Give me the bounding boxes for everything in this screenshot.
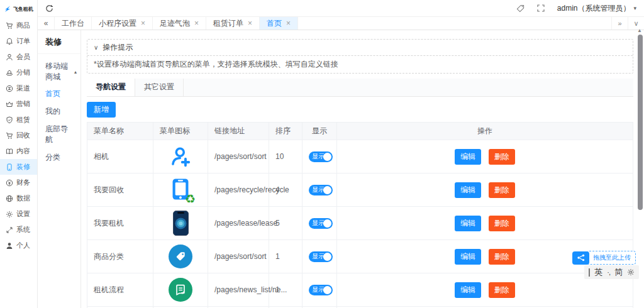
- doc-check-badge-icon: [169, 285, 192, 294]
- sidebar-item-marketing[interactable]: 营销: [0, 96, 37, 112]
- logo-text: 飞鱼租机: [13, 6, 33, 13]
- show-toggle[interactable]: 显示: [309, 151, 333, 162]
- show-toggle[interactable]: 显示: [309, 185, 333, 195]
- show-toggle[interactable]: 显示: [309, 285, 333, 295]
- toggle-knob: [323, 219, 331, 228]
- sidebar-item-label: 租赁: [16, 115, 30, 124]
- submenu-item-category[interactable]: 分类: [38, 148, 80, 166]
- tab-footprint-bubble[interactable]: 足迹气泡 ×: [153, 17, 206, 30]
- submenu-group-mobile-mall[interactable]: 移动端商城 ▴: [38, 54, 80, 85]
- delete-button[interactable]: 删除: [489, 282, 515, 298]
- sidebar-item-personal[interactable]: 个人: [0, 238, 37, 253]
- submenu-item-bottom-nav[interactable]: 底部导航: [38, 120, 80, 148]
- scrollbar[interactable]: [638, 35, 643, 210]
- link-address: /pages/news_list/ne...: [208, 273, 269, 307]
- sidebar-item-recycle[interactable]: 回收: [0, 128, 37, 143]
- ime-language[interactable]: 英: [594, 267, 602, 278]
- sidebar-item-decorate[interactable]: 装修: [0, 159, 37, 175]
- close-icon[interactable]: ×: [194, 19, 199, 27]
- submenu-list: 首页我的底部导航分类: [38, 85, 80, 166]
- submenu-item-home[interactable]: 首页: [38, 85, 80, 102]
- sidebar-item-label: 渠道: [16, 84, 30, 93]
- link-address: /pages/lease/lease: [208, 207, 269, 240]
- delete-button[interactable]: 删除: [489, 216, 515, 231]
- sidebar-item-goods[interactable]: 商品: [0, 18, 37, 33]
- scrollbar-up-arrow[interactable]: ▲: [637, 28, 642, 33]
- edit-button[interactable]: 编辑: [455, 216, 481, 231]
- table-row: 商品分类 /pages/sort/sort 1 显示 编辑 删除: [87, 240, 633, 273]
- sidebar-item-label: 系统: [16, 225, 30, 234]
- fullscreen-icon[interactable]: [537, 4, 545, 12]
- table-row: 我要回收 ♻ /pages/recycle/recycle 4 显示 编辑 删除: [87, 173, 633, 207]
- crown-icon: [6, 101, 13, 108]
- edit-button[interactable]: 编辑: [455, 249, 481, 265]
- ime-mode[interactable]: 简: [614, 267, 623, 278]
- sidebar-item-label: 设置: [16, 209, 30, 219]
- close-icon[interactable]: ×: [286, 19, 291, 27]
- delete-button[interactable]: 删除: [489, 249, 515, 265]
- ime-punctuation[interactable]: ·,: [607, 268, 610, 276]
- user-menu[interactable]: admin（系统管理员） ▾: [557, 3, 636, 14]
- system-icon: [6, 226, 13, 234]
- sidebar-item-orders[interactable]: 订单: [0, 33, 37, 49]
- sidebar-item-channels[interactable]: 渠道: [0, 80, 37, 96]
- sidebar-item-system[interactable]: 系统: [0, 222, 37, 238]
- mobile-icon: [6, 163, 13, 171]
- toggle-label: 显示: [312, 285, 325, 294]
- sidebar-item-label: 数据: [16, 194, 30, 203]
- column-header: 排序: [269, 123, 303, 140]
- sidebar-item-distribution[interactable]: 分销: [0, 65, 37, 80]
- sidebar-item-content[interactable]: 内容: [0, 143, 37, 159]
- tab-nav-settings[interactable]: 导航设置: [87, 79, 135, 96]
- menu-icon-cell: [153, 273, 208, 307]
- toggle-knob: [323, 253, 331, 261]
- bell-icon: [6, 38, 13, 45]
- edit-button[interactable]: 编辑: [455, 149, 481, 165]
- tabs-collapse-button[interactable]: «: [38, 17, 55, 30]
- sidebar-item-settings[interactable]: 设置: [0, 206, 37, 222]
- cart-icon: [6, 22, 13, 30]
- hint-text: *设置移动端商城首页导航区的菜单，支持选择系统模块、填写自定义链接: [87, 56, 633, 73]
- add-button[interactable]: 新增: [87, 102, 116, 118]
- delete-button[interactable]: 删除: [489, 182, 515, 198]
- sidebar-item-lease[interactable]: 租赁: [0, 112, 37, 128]
- tab-other-settings[interactable]: 其它设置: [135, 79, 184, 96]
- tab-label: 工作台: [62, 18, 84, 29]
- refresh-icon[interactable]: [45, 4, 53, 13]
- delete-button[interactable]: 删除: [489, 149, 515, 165]
- tab-lease-orders[interactable]: 租赁订单 ×: [206, 17, 260, 30]
- menu-table: 菜单名称菜单图标链接地址排序显示操作 相机 /pages/sort/sort 1…: [87, 122, 633, 308]
- gear-icon[interactable]: [627, 268, 635, 276]
- app-logo[interactable]: 飞鱼租机: [0, 0, 37, 18]
- sort-value: 1: [269, 240, 303, 273]
- tab-mini-program-settings[interactable]: 小程序设置 ×: [92, 17, 153, 30]
- app-root: 飞鱼租机 商品 订单 会员 分销 渠道 营销 租赁 回收: [0, 0, 644, 308]
- submenu-item-mine[interactable]: 我的: [38, 102, 80, 120]
- tab-home[interactable]: 首页 ×: [260, 17, 298, 30]
- tab-label: 首页: [267, 18, 282, 29]
- menu-name: 我要回收: [87, 173, 153, 207]
- upload-dropzone[interactable]: 拖拽至此上传: [572, 251, 636, 265]
- close-icon[interactable]: ×: [248, 19, 252, 27]
- edit-button[interactable]: 编辑: [455, 182, 481, 198]
- shield-icon: [6, 116, 13, 124]
- tabs-expand-button[interactable]: »: [611, 17, 628, 30]
- show-toggle[interactable]: 显示: [309, 251, 333, 262]
- edit-button[interactable]: 编辑: [455, 282, 481, 298]
- sidebar-item-label: 会员: [16, 52, 30, 62]
- tab-workbench[interactable]: 工作台: [55, 17, 92, 30]
- sidebar-item-members[interactable]: 会员: [0, 49, 37, 65]
- user-add-icon: [169, 151, 192, 160]
- sidebar-item-data[interactable]: 数据: [0, 190, 37, 206]
- hint-header[interactable]: ∨ 操作提示: [87, 40, 633, 56]
- show-toggle[interactable]: 显示: [309, 218, 333, 229]
- submenu-group-label: 移动端商城: [45, 61, 72, 82]
- ime-toolbar[interactable]: 英 ·, 简: [584, 265, 639, 279]
- tag-icon[interactable]: [516, 4, 525, 13]
- sort-value: 10: [269, 140, 303, 173]
- tab-list: 工作台 小程序设置 × 足迹气泡 × 租赁订单 × 首页 ×: [55, 17, 298, 30]
- sidebar-item-finance[interactable]: 财务: [0, 175, 37, 190]
- close-icon[interactable]: ×: [141, 19, 145, 27]
- menu-icon-cell: [153, 207, 208, 240]
- sidebar-item-label: 回收: [16, 131, 30, 140]
